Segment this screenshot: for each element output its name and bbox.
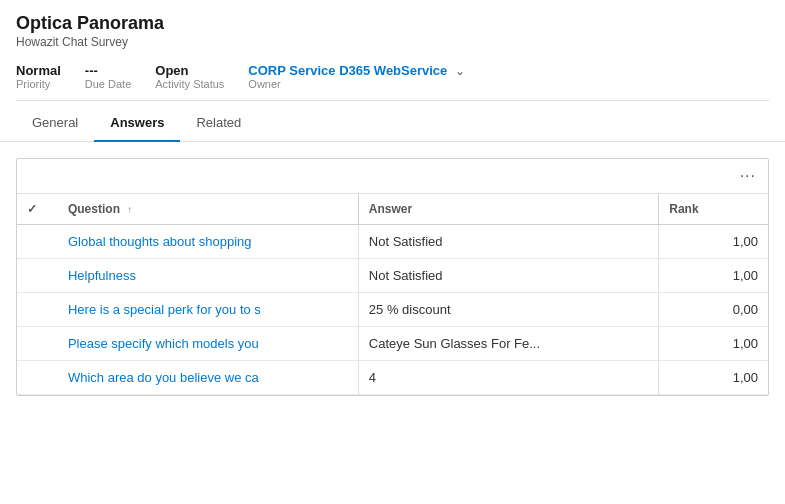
question-link[interactable]: Helpfulness xyxy=(68,268,268,283)
table-header-row: ✓ Question ↑ Answer Rank xyxy=(17,194,768,225)
question-link[interactable]: Which area do you believe we ca xyxy=(68,370,268,385)
question-link[interactable]: Global thoughts about shopping xyxy=(68,234,268,249)
table-row[interactable]: Please specify which models youCateye Su… xyxy=(17,327,768,361)
meta-row: Normal Priority --- Due Date Open Activi… xyxy=(16,57,769,101)
row-answer: Not Satisfied xyxy=(358,225,658,259)
row-check[interactable] xyxy=(17,293,58,327)
row-check[interactable] xyxy=(17,327,58,361)
tab-general[interactable]: General xyxy=(16,105,94,142)
answers-table: ✓ Question ↑ Answer Rank Global thoughts… xyxy=(17,194,768,395)
row-answer: 4 xyxy=(358,361,658,395)
tab-bar: General Answers Related xyxy=(0,105,785,142)
tab-related[interactable]: Related xyxy=(180,105,257,142)
row-question: Which area do you believe we ca xyxy=(58,361,358,395)
owner-label: Owner xyxy=(248,78,465,90)
owner-container: CORP Service D365 WebService ⌄ xyxy=(248,63,465,78)
row-rank: 0,00 xyxy=(659,293,768,327)
page-header: Optica Panorama Howazit Chat Survey Norm… xyxy=(0,0,785,101)
row-answer: Cateye Sun Glasses For Fe... xyxy=(358,327,658,361)
priority-value: Normal xyxy=(16,63,61,78)
activity-status-value: Open xyxy=(155,63,224,78)
chevron-down-icon[interactable]: ⌄ xyxy=(455,64,465,78)
table-row[interactable]: Global thoughts about shoppingNot Satisf… xyxy=(17,225,768,259)
row-answer: Not Satisfied xyxy=(358,259,658,293)
owner-field: CORP Service D365 WebService ⌄ Owner xyxy=(248,63,465,90)
question-link[interactable]: Please specify which models you xyxy=(68,336,268,351)
col-header-check: ✓ xyxy=(17,194,58,225)
activity-status-label: Activity Status xyxy=(155,78,224,90)
row-check[interactable] xyxy=(17,259,58,293)
tab-answers[interactable]: Answers xyxy=(94,105,180,142)
table-row[interactable]: HelpfulnessNot Satisfied1,00 xyxy=(17,259,768,293)
row-question: Please specify which models you xyxy=(58,327,358,361)
row-question: Here is a special perk for you to s xyxy=(58,293,358,327)
table-row[interactable]: Which area do you believe we ca41,00 xyxy=(17,361,768,395)
row-check[interactable] xyxy=(17,361,58,395)
owner-link[interactable]: CORP Service D365 WebService xyxy=(248,63,447,78)
row-question: Global thoughts about shopping xyxy=(58,225,358,259)
activity-status-field: Open Activity Status xyxy=(155,63,224,90)
row-check[interactable] xyxy=(17,225,58,259)
row-answer: 25 % discount xyxy=(358,293,658,327)
app-subtitle: Howazit Chat Survey xyxy=(16,35,769,49)
question-link[interactable]: Here is a special perk for you to s xyxy=(68,302,268,317)
row-rank: 1,00 xyxy=(659,327,768,361)
due-date-label: Due Date xyxy=(85,78,131,90)
row-rank: 1,00 xyxy=(659,259,768,293)
table-row[interactable]: Here is a special perk for you to s25 % … xyxy=(17,293,768,327)
check-icon: ✓ xyxy=(27,202,37,216)
priority-field: Normal Priority xyxy=(16,63,61,90)
col-header-answer: Answer xyxy=(358,194,658,225)
due-date-field: --- Due Date xyxy=(85,63,131,90)
col-header-rank: Rank xyxy=(659,194,768,225)
table-toolbar: ··· xyxy=(17,159,768,194)
priority-label: Priority xyxy=(16,78,61,90)
sort-icon: ↑ xyxy=(127,204,132,215)
col-header-question[interactable]: Question ↑ xyxy=(58,194,358,225)
answers-table-container: ··· ✓ Question ↑ Answer Rank Global thou… xyxy=(16,158,769,396)
row-rank: 1,00 xyxy=(659,361,768,395)
row-rank: 1,00 xyxy=(659,225,768,259)
main-content: ··· ✓ Question ↑ Answer Rank Global thou… xyxy=(0,142,785,412)
row-question: Helpfulness xyxy=(58,259,358,293)
ellipsis-button[interactable]: ··· xyxy=(740,167,756,185)
app-title: Optica Panorama xyxy=(16,12,769,35)
due-date-value: --- xyxy=(85,63,131,78)
